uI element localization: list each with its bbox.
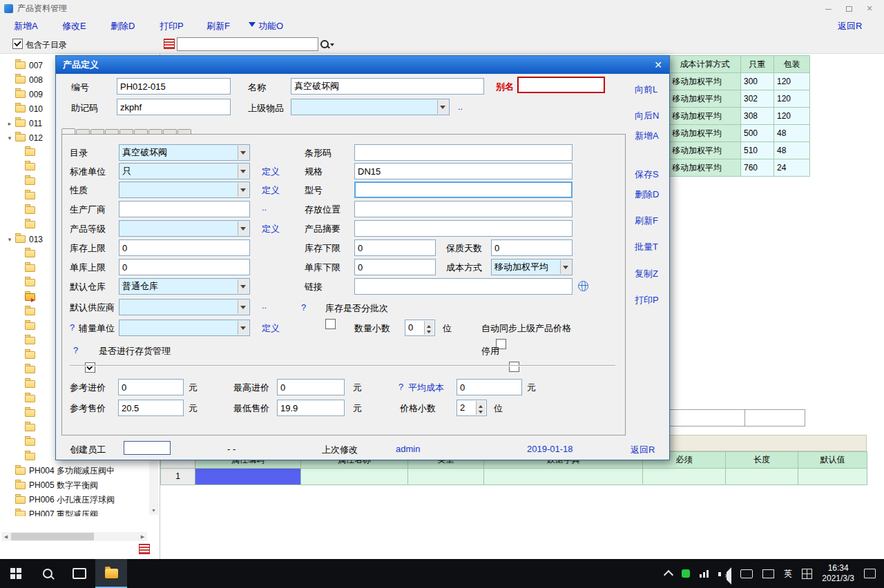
spinner-up-icon[interactable] [476, 401, 486, 408]
touch-keyboard-icon[interactable] [740, 569, 753, 578]
menu-add[interactable]: 新增A [14, 20, 38, 32]
nature-select[interactable] [119, 182, 250, 198]
mnemonic-input[interactable] [117, 99, 231, 115]
dropdown-arrow-icon[interactable] [238, 164, 249, 178]
qty-decimal-spinner[interactable]: 0 [405, 320, 435, 336]
grade-define-link[interactable]: 定义 [262, 223, 280, 235]
stock-upper-input[interactable] [119, 239, 250, 256]
file-explorer-button[interactable] [95, 559, 127, 588]
language-indicator[interactable]: 英 [784, 568, 792, 580]
max-purchase-input[interactable] [277, 379, 345, 395]
batch-button[interactable]: 批量T [635, 241, 658, 253]
aux-unit-help-icon[interactable]: ? [70, 322, 75, 333]
display-icon[interactable] [762, 569, 774, 578]
nature-define-link[interactable]: 定义 [262, 184, 280, 197]
min-sale-input[interactable] [277, 400, 345, 416]
column-header-package[interactable]: 包装 [774, 56, 810, 73]
attribute-table-row[interactable]: 1 [161, 469, 867, 485]
location-input[interactable] [354, 201, 573, 217]
supplier-more-link[interactable]: .. [262, 300, 267, 311]
delete-button[interactable]: 删除D [635, 188, 659, 201]
unit-define-link[interactable]: 定义 [262, 166, 280, 178]
dialog-close-icon[interactable]: ✕ [647, 59, 662, 70]
expander-icon[interactable]: ▾ [4, 236, 15, 243]
tree-item[interactable]: PH006 小孔液压浮球阀 [0, 493, 148, 507]
alias-input[interactable] [517, 77, 605, 93]
expander-icon[interactable]: ▾ [4, 135, 15, 141]
dropdown-arrow-icon[interactable] [238, 183, 249, 197]
link-input[interactable] [354, 278, 573, 295]
dialog-back-button[interactable]: 返回R [631, 444, 655, 456]
column-header-cost-method[interactable]: 成本计算方式 [669, 56, 741, 73]
column-header-unit-weight[interactable]: 只重 [741, 56, 774, 73]
avg-cost-input[interactable] [457, 379, 522, 395]
horizontal-scroll-thumb[interactable] [11, 533, 94, 540]
spinner-up-icon[interactable] [424, 321, 434, 328]
supplier-select[interactable] [119, 299, 250, 315]
maximize-button[interactable] [838, 1, 859, 16]
dialog-titlebar[interactable]: 产品定义 ✕ [56, 56, 669, 74]
attr-cell[interactable] [408, 469, 484, 485]
attr-cell[interactable] [643, 469, 726, 485]
batch-help-icon[interactable]: ? [301, 302, 306, 313]
disable-checkbox[interactable] [509, 362, 519, 372]
band-icon[interactable] [164, 39, 175, 49]
spec-input[interactable] [354, 163, 573, 179]
column-header-length[interactable]: 长度 [726, 452, 798, 469]
single-lower-input[interactable] [354, 259, 436, 275]
menu-print[interactable]: 打印P [160, 20, 184, 32]
unit-select[interactable]: 只 [119, 163, 250, 179]
attr-cell[interactable] [484, 469, 643, 485]
attr-cell[interactable] [798, 469, 867, 485]
aux-unit-define-link[interactable]: 定义 [262, 322, 280, 335]
tree-item[interactable]: PH005 数字平衡阀 [0, 478, 148, 493]
spinner-down-icon[interactable] [476, 408, 486, 415]
menu-edit[interactable]: 修改E [62, 20, 86, 32]
manufacturer-more-link[interactable]: .. [262, 202, 267, 213]
menu-functions[interactable]: 功能O [249, 20, 283, 32]
shelf-days-input[interactable] [491, 239, 573, 256]
next-button[interactable]: 向后N [635, 110, 659, 122]
volume-muted-icon[interactable] [718, 569, 731, 578]
notification-center-icon[interactable] [864, 569, 876, 578]
cost-method-select[interactable]: 移动加权平均 [491, 259, 573, 275]
table-row[interactable]: 移动加权平均 308 120 [669, 108, 810, 125]
print-button[interactable]: 打印P [635, 294, 659, 306]
dropdown-arrow-icon[interactable] [238, 321, 249, 335]
include-sub-checkbox[interactable] [12, 39, 23, 49]
copy-button[interactable]: 复制Z [635, 268, 658, 280]
aux-unit-select[interactable] [119, 320, 250, 336]
inventory-mgmt-checkbox[interactable] [85, 362, 95, 373]
tree-search-input[interactable] [177, 37, 318, 51]
menu-back[interactable]: 返回R [838, 20, 862, 32]
menu-refresh[interactable]: 刷新F [206, 20, 230, 32]
summary-input[interactable] [354, 220, 573, 237]
table-row[interactable]: 移动加权平均 760 24 [669, 159, 810, 177]
attr-cell[interactable] [301, 469, 408, 485]
scroll-down-icon[interactable]: ▼ [149, 507, 158, 515]
prev-button[interactable]: 向前L [635, 84, 657, 96]
refresh-button[interactable]: 刷新F [635, 215, 658, 227]
dropdown-arrow-icon[interactable] [238, 222, 249, 235]
ref-purchase-input[interactable] [118, 379, 184, 395]
table-row[interactable]: 移动加权平均 510 48 [669, 142, 810, 159]
selected-cell[interactable] [195, 469, 301, 485]
table-row[interactable]: 移动加权平均 302 120 [669, 90, 810, 108]
search-button[interactable] [319, 37, 336, 51]
spinner-down-icon[interactable] [424, 328, 434, 335]
catalog-select[interactable]: 真空破坏阀 [119, 144, 250, 161]
tray-app-icon[interactable] [682, 569, 690, 578]
barcode-input[interactable] [354, 144, 573, 161]
network-icon[interactable] [700, 570, 709, 578]
minimize-button[interactable] [818, 1, 838, 16]
scroll-right-icon[interactable]: ▶ [138, 532, 147, 541]
batch-checkbox[interactable] [325, 319, 336, 329]
dropdown-arrow-icon[interactable] [437, 100, 448, 114]
single-upper-input[interactable] [119, 259, 250, 275]
creator-input[interactable] [124, 441, 171, 455]
close-button[interactable]: ✕ [859, 1, 880, 16]
add-button[interactable]: 新增A [635, 130, 659, 142]
parent-item-select[interactable] [291, 99, 450, 115]
inventory-mgmt-help-icon[interactable]: ? [73, 345, 78, 355]
tray-expand-icon[interactable] [664, 569, 673, 579]
